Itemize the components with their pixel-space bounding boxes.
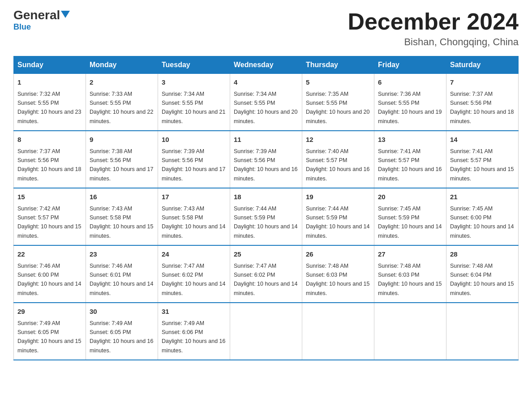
main-title: December 2024	[348, 9, 519, 34]
calendar-cell: 15Sunrise: 7:42 AMSunset: 5:57 PMDayligh…	[14, 188, 86, 245]
calendar-cell: 17Sunrise: 7:43 AMSunset: 5:58 PMDayligh…	[158, 188, 230, 245]
day-number: 10	[162, 135, 226, 145]
day-number: 25	[234, 249, 298, 260]
day-info: Sunrise: 7:44 AMSunset: 5:59 PMDaylight:…	[306, 206, 369, 239]
calendar-cell	[374, 303, 446, 360]
calendar-cell: 8Sunrise: 7:37 AMSunset: 5:56 PMDaylight…	[14, 131, 86, 188]
header: General Blue December 2024 Bishan, Chong…	[13, 9, 519, 48]
logo-triangle-icon	[61, 11, 70, 18]
day-number: 21	[450, 192, 515, 202]
day-number: 4	[234, 77, 298, 88]
day-number: 20	[378, 192, 442, 202]
calendar-cell: 6Sunrise: 7:36 AMSunset: 5:55 PMDaylight…	[374, 74, 446, 131]
day-info: Sunrise: 7:34 AMSunset: 5:55 PMDaylight:…	[162, 91, 225, 124]
day-number: 1	[17, 77, 82, 88]
day-info: Sunrise: 7:42 AMSunset: 5:57 PMDaylight:…	[17, 206, 81, 239]
day-number: 15	[17, 192, 82, 202]
day-info: Sunrise: 7:47 AMSunset: 6:02 PMDaylight:…	[162, 263, 225, 296]
day-header-friday: Friday	[374, 56, 446, 74]
calendar-cell	[446, 303, 519, 360]
day-info: Sunrise: 7:40 AMSunset: 5:57 PMDaylight:…	[306, 148, 369, 182]
day-info: Sunrise: 7:38 AMSunset: 5:56 PMDaylight:…	[90, 148, 153, 182]
calendar-cell: 16Sunrise: 7:43 AMSunset: 5:58 PMDayligh…	[86, 188, 158, 245]
calendar-cell: 25Sunrise: 7:47 AMSunset: 6:02 PMDayligh…	[230, 245, 302, 303]
calendar-cell: 3Sunrise: 7:34 AMSunset: 5:55 PMDaylight…	[158, 74, 230, 131]
title-area: December 2024 Bishan, Chongqing, China	[348, 9, 519, 48]
day-number: 11	[234, 135, 298, 145]
day-info: Sunrise: 7:36 AMSunset: 5:55 PMDaylight:…	[378, 91, 442, 124]
day-number: 7	[450, 77, 515, 88]
calendar-cell: 30Sunrise: 7:49 AMSunset: 6:05 PMDayligh…	[86, 303, 158, 360]
day-info: Sunrise: 7:43 AMSunset: 5:58 PMDaylight:…	[90, 206, 153, 239]
day-number: 9	[90, 135, 154, 145]
day-info: Sunrise: 7:37 AMSunset: 5:56 PMDaylight:…	[450, 91, 514, 124]
day-info: Sunrise: 7:44 AMSunset: 5:59 PMDaylight:…	[234, 206, 297, 239]
day-info: Sunrise: 7:35 AMSunset: 5:55 PMDaylight:…	[306, 91, 369, 124]
day-number: 2	[90, 77, 154, 88]
day-number: 30	[90, 307, 154, 317]
calendar-cell: 13Sunrise: 7:41 AMSunset: 5:57 PMDayligh…	[374, 131, 446, 188]
day-number: 8	[17, 135, 82, 145]
day-number: 26	[306, 249, 370, 260]
day-info: Sunrise: 7:46 AMSunset: 6:01 PMDaylight:…	[90, 263, 153, 296]
calendar-cell: 28Sunrise: 7:48 AMSunset: 6:04 PMDayligh…	[446, 245, 519, 303]
calendar-week-row: 1Sunrise: 7:32 AMSunset: 5:55 PMDaylight…	[14, 74, 519, 131]
day-number: 19	[306, 192, 370, 202]
calendar-cell: 19Sunrise: 7:44 AMSunset: 5:59 PMDayligh…	[302, 188, 374, 245]
day-header-saturday: Saturday	[446, 56, 519, 74]
calendar-cell: 27Sunrise: 7:48 AMSunset: 6:03 PMDayligh…	[374, 245, 446, 303]
day-number: 27	[378, 249, 442, 260]
day-info: Sunrise: 7:48 AMSunset: 6:03 PMDaylight:…	[378, 263, 442, 296]
calendar-week-row: 15Sunrise: 7:42 AMSunset: 5:57 PMDayligh…	[14, 188, 519, 245]
day-info: Sunrise: 7:48 AMSunset: 6:03 PMDaylight:…	[306, 263, 369, 296]
day-info: Sunrise: 7:32 AMSunset: 5:55 PMDaylight:…	[17, 91, 81, 124]
calendar-cell: 4Sunrise: 7:34 AMSunset: 5:55 PMDaylight…	[230, 74, 302, 131]
logo: General Blue	[13, 9, 70, 32]
day-header-wednesday: Wednesday	[230, 56, 302, 74]
day-header-tuesday: Tuesday	[158, 56, 230, 74]
day-info: Sunrise: 7:39 AMSunset: 5:56 PMDaylight:…	[234, 148, 297, 182]
calendar-cell	[302, 303, 374, 360]
logo-subtitle: Blue	[13, 22, 31, 32]
day-number: 6	[378, 77, 442, 88]
day-header-monday: Monday	[86, 56, 158, 74]
calendar-cell: 9Sunrise: 7:38 AMSunset: 5:56 PMDaylight…	[86, 131, 158, 188]
day-info: Sunrise: 7:39 AMSunset: 5:56 PMDaylight:…	[162, 148, 225, 182]
day-info: Sunrise: 7:33 AMSunset: 5:55 PMDaylight:…	[90, 91, 153, 124]
day-number: 12	[306, 135, 370, 145]
calendar-cell: 31Sunrise: 7:49 AMSunset: 6:06 PMDayligh…	[158, 303, 230, 360]
day-number: 3	[162, 77, 226, 88]
calendar-table: SundayMondayTuesdayWednesdayThursdayFrid…	[13, 56, 519, 360]
calendar-cell: 29Sunrise: 7:49 AMSunset: 6:05 PMDayligh…	[14, 303, 86, 360]
day-number: 31	[162, 307, 226, 317]
calendar-cell: 20Sunrise: 7:45 AMSunset: 5:59 PMDayligh…	[374, 188, 446, 245]
day-number: 23	[90, 249, 154, 260]
calendar-cell: 21Sunrise: 7:45 AMSunset: 6:00 PMDayligh…	[446, 188, 519, 245]
calendar-cell: 14Sunrise: 7:41 AMSunset: 5:57 PMDayligh…	[446, 131, 519, 188]
day-number: 17	[162, 192, 226, 202]
calendar-cell: 24Sunrise: 7:47 AMSunset: 6:02 PMDayligh…	[158, 245, 230, 303]
day-info: Sunrise: 7:48 AMSunset: 6:04 PMDaylight:…	[450, 263, 514, 296]
day-number: 28	[450, 249, 515, 260]
day-info: Sunrise: 7:46 AMSunset: 6:00 PMDaylight:…	[17, 263, 81, 296]
day-number: 16	[90, 192, 154, 202]
day-number: 14	[450, 135, 515, 145]
day-info: Sunrise: 7:47 AMSunset: 6:02 PMDaylight:…	[234, 263, 297, 296]
day-info: Sunrise: 7:49 AMSunset: 6:05 PMDaylight:…	[90, 320, 153, 354]
calendar-week-row: 8Sunrise: 7:37 AMSunset: 5:56 PMDaylight…	[14, 131, 519, 188]
calendar-header-row: SundayMondayTuesdayWednesdayThursdayFrid…	[14, 56, 519, 74]
logo-text: General	[13, 9, 70, 21]
day-info: Sunrise: 7:49 AMSunset: 6:06 PMDaylight:…	[162, 320, 225, 354]
day-number: 24	[162, 249, 226, 260]
day-info: Sunrise: 7:41 AMSunset: 5:57 PMDaylight:…	[450, 148, 514, 182]
day-number: 29	[17, 307, 82, 317]
location-subtitle: Bishan, Chongqing, China	[348, 36, 519, 48]
day-info: Sunrise: 7:45 AMSunset: 6:00 PMDaylight:…	[450, 206, 514, 239]
calendar-cell: 22Sunrise: 7:46 AMSunset: 6:00 PMDayligh…	[14, 245, 86, 303]
day-number: 18	[234, 192, 298, 202]
day-number: 5	[306, 77, 370, 88]
calendar-week-row: 22Sunrise: 7:46 AMSunset: 6:00 PMDayligh…	[14, 245, 519, 303]
day-info: Sunrise: 7:41 AMSunset: 5:57 PMDaylight:…	[378, 148, 442, 182]
day-header-sunday: Sunday	[14, 56, 86, 74]
calendar-cell: 11Sunrise: 7:39 AMSunset: 5:56 PMDayligh…	[230, 131, 302, 188]
